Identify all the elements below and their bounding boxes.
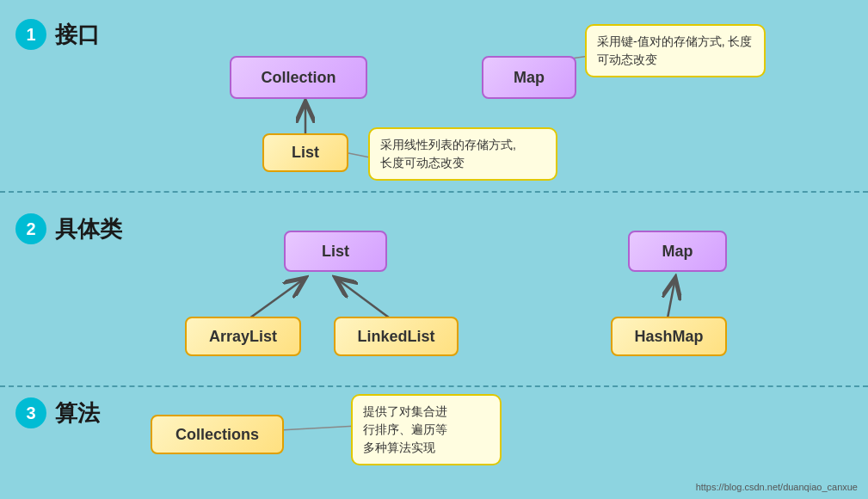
section-3-number: 3: [15, 397, 46, 428]
divider-1: [0, 191, 868, 193]
section-2-number: 2: [15, 213, 46, 244]
list-callout: 采用线性列表的存储方式,长度可动态改变: [368, 127, 557, 181]
main-container: 1 接口 Collection Map List 采用键-值对的存储方式, 长度…: [0, 0, 868, 499]
arraylist-box: ArrayList: [185, 317, 301, 356]
map-box-s2: Map: [628, 231, 727, 272]
linkedlist-box: LinkedList: [334, 317, 459, 356]
section-2-title: 具体类: [55, 214, 122, 244]
map-box-s1: Map: [482, 56, 576, 99]
list-box-s1: List: [262, 133, 348, 172]
section-1-title: 接口: [55, 20, 100, 50]
hashmap-box: HashMap: [611, 317, 727, 356]
collections-box: Collections: [151, 415, 284, 454]
list-box-s2: List: [284, 231, 387, 272]
section-3-title: 算法: [55, 398, 100, 428]
section-1-label: 1 接口: [15, 19, 100, 50]
section-1-number: 1: [15, 19, 46, 50]
collection-box: Collection: [230, 56, 367, 99]
svg-line-7: [280, 426, 357, 430]
watermark: https://blog.csdn.net/duanqiao_canxue: [696, 482, 858, 492]
section-2-label: 2 具体类: [15, 213, 122, 244]
section-3-label: 3 算法: [15, 397, 100, 428]
map-callout: 采用键-值对的存储方式, 长度可动态改变: [585, 24, 766, 77]
divider-2: [0, 385, 868, 387]
collections-callout: 提供了对集合进行排序、遍历等多种算法实现: [351, 394, 502, 465]
